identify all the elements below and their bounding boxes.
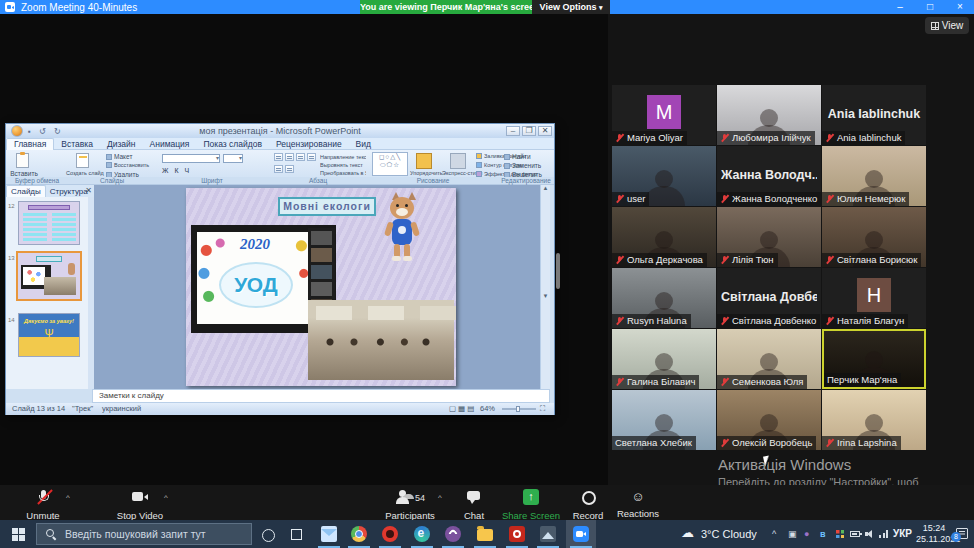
participant-tile[interactable]: M Mariya Oliyar (612, 85, 716, 145)
tab-slideshow[interactable]: Показ слайдов (196, 139, 269, 150)
bullets-button[interactable] (274, 165, 283, 173)
pane-close-icon[interactable]: ✕ (85, 186, 92, 195)
record-button[interactable]: Record (568, 489, 608, 521)
justify-button[interactable] (307, 153, 316, 161)
quick-styles-icon[interactable] (450, 153, 466, 169)
task-view-icon[interactable] (291, 529, 302, 540)
participant-tile[interactable]: Любомира Ілійчук (717, 85, 821, 145)
edge-app-icon[interactable] (414, 526, 430, 542)
weather-text[interactable]: 3°C Cloudy (701, 528, 757, 540)
opera-app-icon[interactable] (382, 526, 398, 542)
fit-to-window-icon[interactable]: ⛶ (540, 403, 545, 415)
taskbar-clock[interactable]: 15:24 25.11.2021 (916, 523, 952, 545)
align-text-button[interactable]: Выровнять текст (320, 162, 366, 168)
new-slide-button[interactable]: Создать слайд (66, 170, 100, 176)
start-button[interactable] (12, 528, 25, 541)
bluetooth-icon[interactable]: ʙ (820, 529, 826, 539)
participant-tile[interactable]: Світлана Борисюк (822, 207, 926, 267)
shapes-gallery[interactable]: ◻○△╲ ⬭⬠☆ (372, 152, 408, 176)
participant-tile[interactable]: Ольга Деркачова (612, 207, 716, 267)
hidden-icons-caret[interactable]: ^ (772, 529, 776, 539)
slide-scrollbar[interactable]: ▲▼ (540, 185, 550, 389)
participant-tile[interactable]: Семенкова Юля (717, 329, 821, 389)
share-screen-button[interactable]: Share Screen (500, 489, 562, 521)
slide-thumbnail-12[interactable] (18, 201, 80, 245)
photos-app-icon[interactable] (540, 526, 556, 542)
current-slide[interactable]: Мовні екологи 2020 УОД (186, 188, 456, 386)
participant-tile[interactable]: Irina Lapshina (822, 390, 926, 450)
pane-tab-slides[interactable]: Слайды (6, 185, 46, 197)
participants-button[interactable]: 54 ^ Participants (378, 489, 442, 521)
mail-app-icon[interactable] (321, 526, 337, 542)
participant-tile[interactable]: Лілія Тюн (717, 207, 821, 267)
participant-tile[interactable]: Rusyn Haluna (612, 268, 716, 328)
tray-app-icon[interactable]: ▣ (788, 529, 797, 539)
weather-cloud-icon[interactable]: ☁ (681, 525, 694, 540)
taskbar-search[interactable] (36, 523, 252, 545)
participant-tile[interactable]: Світлана Довбе... Світлана Довбенко (717, 268, 821, 328)
reset-button[interactable]: Восстановить (106, 162, 149, 168)
ppt-minimize-button[interactable]: – (506, 126, 520, 136)
smartart-button[interactable]: Преобразовать в SmartArt (320, 170, 366, 176)
participant-tile-active-speaker[interactable]: Перчик Мар'яна (822, 329, 926, 389)
action-center-icon[interactable]: 8 (956, 528, 968, 539)
align-right-button[interactable] (296, 153, 305, 161)
tab-review[interactable]: Рецензирование (269, 139, 349, 150)
paste-icon[interactable] (16, 153, 29, 168)
language-indicator[interactable]: УКР (893, 528, 912, 539)
ppt-restore-button[interactable]: ❐ (522, 126, 536, 136)
tab-insert[interactable]: Вставка (54, 139, 100, 150)
font-name-combobox[interactable] (162, 154, 220, 163)
participant-tile[interactable]: Светлана Хлебик (612, 390, 716, 450)
panel-divider-handle[interactable] (556, 253, 560, 289)
search-input[interactable] (63, 527, 237, 541)
quick-styles-button[interactable]: Экспресс-стили (442, 170, 476, 176)
participant-tile[interactable]: Юлия Немерюк (822, 146, 926, 206)
minimize-button[interactable]: – (888, 0, 912, 14)
align-center-button[interactable] (285, 153, 294, 161)
align-left-button[interactable] (274, 153, 283, 161)
battery-icon[interactable] (850, 531, 860, 537)
participants-caret[interactable]: ^ (438, 493, 442, 502)
arrange-icon[interactable] (416, 153, 432, 169)
zoom-slider[interactable] (502, 408, 536, 410)
close-button[interactable]: × (948, 0, 972, 14)
speaker-icon[interactable] (865, 530, 875, 538)
participant-tile[interactable]: Ania Iablinchuk Ania Iablinchuk (822, 85, 926, 145)
participant-tile[interactable]: Жанна Володч... Жанна Володченко (717, 146, 821, 206)
acrobat-app-icon[interactable] (509, 526, 525, 542)
slide-thumbnail-14[interactable]: Дякуємо за увагу! Ψ (18, 313, 80, 357)
text-direction-button[interactable]: Направление текста (320, 154, 366, 160)
stop-video-button[interactable]: ^ Stop Video (108, 489, 172, 521)
unmute-button[interactable]: ^ Unmute (14, 489, 72, 521)
video-options-caret[interactable]: ^ (164, 493, 168, 502)
audio-options-caret[interactable]: ^ (66, 493, 70, 502)
font-size-combobox[interactable] (223, 154, 243, 163)
zoom-taskbar-icon[interactable] (573, 526, 589, 542)
layout-button[interactable]: Макет (106, 153, 132, 160)
network-signal-icon[interactable] (879, 530, 889, 538)
reactions-button[interactable]: ☺ Reactions (614, 489, 662, 519)
paste-button[interactable]: Вставить (10, 170, 38, 177)
tab-design[interactable]: Дизайн (100, 139, 143, 150)
tray-color-app-icon[interactable] (836, 530, 844, 538)
view-shortcut-buttons[interactable]: ▢▦▤ (449, 403, 476, 415)
maximize-button[interactable]: □ (918, 0, 942, 14)
replace-button[interactable]: Заменить (504, 162, 541, 169)
participant-tile[interactable]: user (612, 146, 716, 206)
tab-view[interactable]: Вид (349, 139, 378, 150)
chat-button[interactable]: Chat (456, 489, 492, 521)
tray-viber-icon[interactable]: ● (804, 529, 809, 539)
viber-app-icon[interactable] (445, 526, 461, 542)
tab-home[interactable]: Главная (6, 138, 54, 150)
tab-animation[interactable]: Анимация (143, 139, 197, 150)
notes-area[interactable]: Заметки к слайду (92, 389, 550, 403)
participant-tile[interactable]: H Наталія Благун (822, 268, 926, 328)
slide-thumbnail-13-selected[interactable] (16, 251, 82, 301)
view-options-button[interactable]: View Options ▾ (532, 0, 610, 14)
participant-tile[interactable]: Олексій Воробець (717, 390, 821, 450)
file-explorer-icon[interactable] (477, 529, 493, 541)
chrome-app-icon[interactable] (351, 526, 367, 542)
find-button[interactable]: Найти (504, 153, 531, 160)
cortana-icon[interactable] (262, 529, 275, 542)
